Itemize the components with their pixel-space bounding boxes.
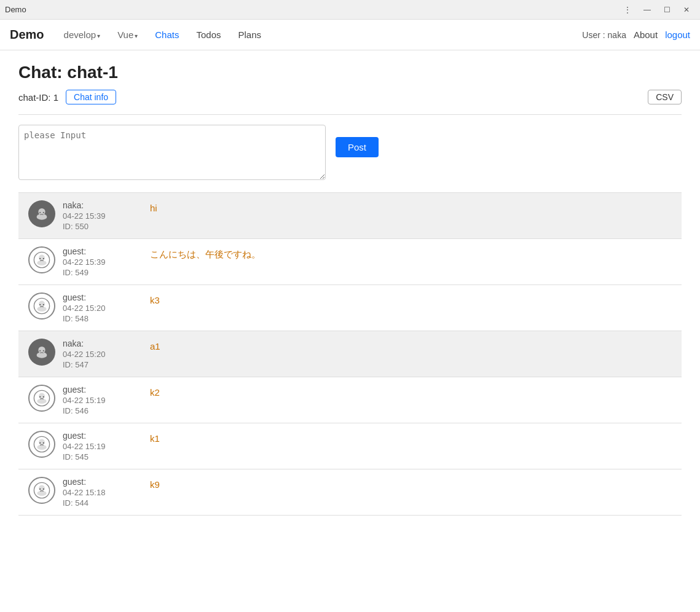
svg-point-20	[39, 350, 41, 351]
message-row: naka:04-22 15:39ID: 550hi	[18, 193, 682, 239]
nav-plans[interactable]: Plans	[230, 26, 269, 44]
message-time: 04-22 15:19	[63, 442, 143, 451]
message-text: k3	[150, 292, 160, 305]
navbar-right: User : naka About logout	[582, 29, 690, 40]
svg-point-24	[37, 399, 46, 404]
svg-point-12	[39, 301, 45, 307]
titlebar-title: Demo	[5, 5, 619, 14]
nav-todos[interactable]: Todos	[189, 26, 228, 44]
message-meta: guest:04-22 15:20ID: 548	[63, 292, 143, 323]
nav-vue[interactable]: Vue▾	[110, 26, 145, 44]
svg-point-5	[43, 212, 44, 213]
maximize-button[interactable]: ☐	[658, 3, 675, 17]
svg-point-34	[37, 491, 46, 496]
page-title: Chat: chat-1	[18, 63, 682, 82]
message-row: guest:04-22 15:18ID: 544k9	[18, 469, 682, 516]
message-text: a1	[150, 339, 160, 351]
svg-point-28	[39, 439, 45, 445]
divider	[18, 114, 682, 115]
nav-develop[interactable]: develop▾	[57, 26, 108, 44]
navbar-user: User : naka	[582, 30, 626, 40]
message-id: ID: 549	[63, 268, 143, 277]
message-text: こんにちは、午後ですね。	[150, 246, 261, 261]
navbar-brand[interactable]: Demo	[10, 28, 44, 42]
svg-point-3	[37, 214, 47, 220]
avatar	[28, 339, 55, 366]
message-id: ID: 546	[63, 406, 143, 415]
svg-point-8	[37, 261, 46, 265]
navbar-logout[interactable]: logout	[665, 29, 690, 40]
avatar	[28, 431, 55, 458]
svg-point-25	[39, 396, 41, 398]
navbar: Demo develop▾ Vue▾ Chats Todos Plans Use…	[0, 20, 700, 50]
message-row: guest:04-22 15:19ID: 546k2	[18, 377, 682, 423]
svg-point-9	[39, 258, 41, 259]
svg-point-15	[43, 304, 44, 305]
avatar	[28, 292, 55, 320]
svg-point-21	[43, 350, 44, 351]
message-meta: guest:04-22 15:39ID: 549	[63, 246, 143, 277]
csv-button[interactable]: CSV	[648, 90, 682, 104]
message-meta: guest:04-22 15:19ID: 545	[63, 431, 143, 461]
titlebar: Demo ⋮ — ☐ ✕	[0, 0, 700, 20]
svg-point-19	[37, 352, 47, 358]
message-id: ID: 547	[63, 360, 143, 369]
input-area: Post	[18, 125, 682, 180]
svg-point-13	[37, 307, 46, 312]
message-meta: guest:04-22 15:18ID: 544	[63, 477, 143, 508]
message-username: guest:	[63, 292, 143, 302]
message-time: 04-22 15:39	[63, 211, 143, 221]
close-button[interactable]: ✕	[678, 3, 695, 17]
chat-meta-left: chat-ID: 1 Chat info	[18, 90, 116, 104]
post-button[interactable]: Post	[336, 137, 379, 157]
message-input[interactable]	[18, 125, 326, 180]
message-text: k1	[150, 431, 160, 444]
message-meta: naka:04-22 15:20ID: 547	[63, 339, 143, 369]
message-id: ID: 550	[63, 222, 143, 231]
svg-point-33	[39, 485, 45, 492]
main-content: Chat: chat-1 chat-ID: 1 Chat info CSV Po…	[0, 50, 700, 612]
avatar	[28, 246, 55, 273]
minimize-button[interactable]: —	[639, 3, 656, 17]
message-id: ID: 544	[63, 498, 143, 508]
message-username: guest:	[63, 477, 143, 487]
navbar-about[interactable]: About	[634, 29, 658, 40]
message-time: 04-22 15:18	[63, 488, 143, 497]
message-text: hi	[150, 200, 157, 213]
svg-point-26	[43, 396, 44, 398]
message-meta: naka:04-22 15:39ID: 550	[63, 200, 143, 231]
svg-point-23	[39, 393, 45, 399]
message-time: 04-22 15:20	[63, 304, 143, 313]
svg-point-29	[37, 445, 46, 450]
svg-point-10	[43, 258, 44, 259]
message-id: ID: 545	[63, 452, 143, 461]
message-time: 04-22 15:20	[63, 350, 143, 359]
svg-point-31	[43, 442, 44, 444]
message-row: naka:04-22 15:20ID: 547a1	[18, 331, 682, 377]
chat-id-label: chat-ID: 1	[18, 92, 58, 103]
svg-point-35	[39, 488, 41, 490]
message-meta: guest:04-22 15:19ID: 546	[63, 385, 143, 415]
more-button[interactable]: ⋮	[619, 3, 636, 17]
titlebar-controls: ⋮ — ☐ ✕	[619, 3, 695, 17]
message-username: naka:	[63, 200, 143, 210]
develop-dropdown-arrow: ▾	[97, 33, 100, 39]
message-username: naka:	[63, 339, 143, 348]
nav-chats[interactable]: Chats	[147, 26, 186, 44]
svg-point-36	[43, 488, 44, 490]
message-username: guest:	[63, 246, 143, 256]
svg-point-14	[39, 304, 41, 305]
chat-meta: chat-ID: 1 Chat info CSV	[18, 90, 682, 104]
message-time: 04-22 15:19	[63, 396, 143, 405]
chat-info-button[interactable]: Chat info	[66, 90, 116, 104]
message-text: k9	[150, 477, 160, 490]
avatar	[28, 385, 55, 412]
message-text: k2	[150, 385, 160, 398]
svg-point-30	[39, 442, 41, 444]
avatar	[28, 200, 55, 227]
navbar-links: develop▾ Vue▾ Chats Todos Plans	[57, 26, 583, 44]
messages-container: naka:04-22 15:39ID: 550hi guest:04-22 15…	[18, 192, 682, 516]
message-row: guest:04-22 15:20ID: 548k3	[18, 285, 682, 331]
svg-point-7	[39, 255, 45, 261]
message-id: ID: 548	[63, 314, 143, 323]
